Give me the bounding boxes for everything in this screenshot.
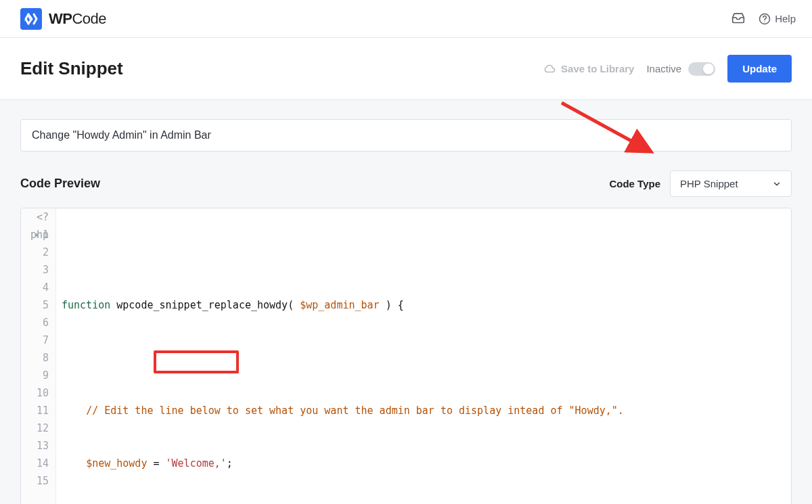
top-bar: WPCode Help: [0, 0, 812, 38]
status-group: Inactive: [646, 62, 715, 76]
code-type-value: PHP Snippet: [680, 178, 738, 189]
editor-gutter: <?php ▾1 2 3 4 5 6 7 8 9 10 11 12 13 14 …: [21, 208, 56, 504]
code-type-group: Code Type PHP Snippet: [609, 170, 792, 197]
edit-header: Edit Snippet Save to Library Inactive Up…: [0, 38, 812, 100]
chevron-down-icon: [772, 179, 782, 189]
line-number: 13: [37, 440, 49, 452]
brand-name: WPCode: [49, 10, 106, 28]
main: Code Preview Code Type PHP Snippet <?php…: [0, 100, 812, 504]
line-number: 8: [43, 352, 49, 364]
line-number: 11: [37, 405, 49, 417]
line-number: 3: [43, 264, 49, 276]
active-toggle[interactable]: [688, 62, 715, 76]
update-button[interactable]: Update: [727, 55, 792, 83]
code-type-row: Code Preview Code Type PHP Snippet: [20, 170, 792, 197]
help-label: Help: [775, 13, 796, 24]
code-editor[interactable]: <?php ▾1 2 3 4 5 6 7 8 9 10 11 12 13 14 …: [20, 208, 792, 504]
brand: WPCode: [20, 8, 106, 30]
line-number: 7: [43, 334, 49, 346]
snippet-title-input[interactable]: [20, 119, 792, 152]
inbox-icon[interactable]: [731, 11, 745, 26]
save-to-library-label: Save to Library: [561, 63, 634, 74]
line-number: 6: [43, 317, 49, 329]
line-number: 1: [43, 229, 49, 241]
brand-name-thin: Code: [72, 10, 106, 27]
line-number: 10: [37, 387, 49, 399]
cloud-icon: [543, 63, 556, 75]
brand-logo-icon: [20, 8, 42, 30]
line-number: 14: [37, 457, 49, 469]
svg-point-1: [765, 21, 765, 22]
line-number: 5: [43, 299, 49, 311]
help-link[interactable]: Help: [759, 13, 796, 25]
page-title: Edit Snippet: [20, 58, 123, 79]
line-number: 2: [43, 246, 49, 258]
status-label: Inactive: [646, 63, 681, 74]
top-actions: Help: [731, 11, 796, 26]
line-number: 15: [37, 475, 49, 487]
brand-name-bold: WP: [49, 10, 72, 27]
line-number: 9: [43, 369, 49, 382]
help-icon: [759, 13, 771, 25]
line-number: 12: [37, 422, 49, 434]
line-number: 4: [43, 281, 49, 294]
code-content[interactable]: function wpcode_snippet_replace_howdy( $…: [56, 208, 791, 504]
code-type-select[interactable]: PHP Snippet: [670, 170, 792, 197]
edit-actions: Save to Library Inactive Update: [543, 55, 792, 83]
code-preview-heading: Code Preview: [20, 177, 100, 191]
code-type-label: Code Type: [609, 178, 660, 189]
save-to-library-button[interactable]: Save to Library: [543, 63, 634, 75]
